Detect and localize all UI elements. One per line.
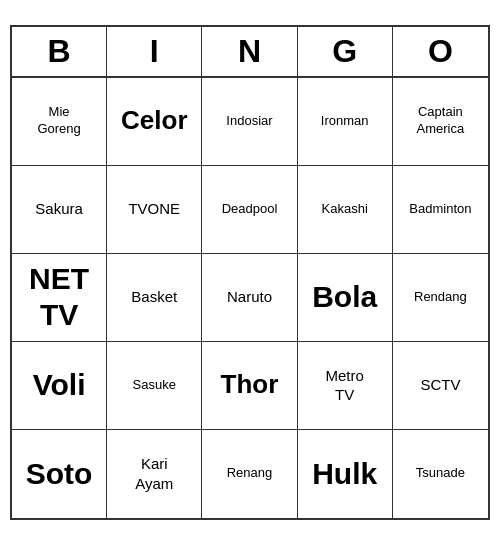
- header-letter: B: [12, 27, 107, 76]
- cell-text: Tsunade: [416, 465, 465, 482]
- cell-text: NETTV: [29, 261, 89, 333]
- cell-text: Kakashi: [322, 201, 368, 218]
- bingo-cell[interactable]: Badminton: [393, 166, 488, 254]
- cell-text: Hulk: [312, 456, 377, 492]
- bingo-cell[interactable]: Hulk: [298, 430, 393, 518]
- header-letter: G: [298, 27, 393, 76]
- cell-text: Ironman: [321, 113, 369, 130]
- cell-text: KariAyam: [135, 454, 173, 493]
- cell-text: TVONE: [128, 199, 180, 219]
- bingo-cell[interactable]: Tsunade: [393, 430, 488, 518]
- bingo-cell[interactable]: Sakura: [12, 166, 107, 254]
- bingo-cell[interactable]: Voli: [12, 342, 107, 430]
- bingo-cell[interactable]: Naruto: [202, 254, 297, 342]
- bingo-cell[interactable]: Thor: [202, 342, 297, 430]
- cell-text: Naruto: [227, 287, 272, 307]
- header-letter: O: [393, 27, 488, 76]
- bingo-cell[interactable]: Rendang: [393, 254, 488, 342]
- bingo-cell[interactable]: Kakashi: [298, 166, 393, 254]
- bingo-cell[interactable]: MieGoreng: [12, 78, 107, 166]
- cell-text: Deadpool: [222, 201, 278, 218]
- cell-text: Voli: [33, 367, 86, 403]
- cell-text: Soto: [26, 456, 93, 492]
- bingo-cell[interactable]: CaptainAmerica: [393, 78, 488, 166]
- cell-text: MetroTV: [326, 366, 364, 405]
- bingo-cell[interactable]: Basket: [107, 254, 202, 342]
- bingo-cell[interactable]: Ironman: [298, 78, 393, 166]
- bingo-cell[interactable]: MetroTV: [298, 342, 393, 430]
- cell-text: Badminton: [409, 201, 471, 218]
- bingo-cell[interactable]: Renang: [202, 430, 297, 518]
- bingo-cell[interactable]: Celor: [107, 78, 202, 166]
- cell-text: Sasuke: [133, 377, 176, 394]
- bingo-cell[interactable]: NETTV: [12, 254, 107, 342]
- bingo-cell[interactable]: Deadpool: [202, 166, 297, 254]
- cell-text: Celor: [121, 105, 187, 136]
- cell-text: MieGoreng: [37, 104, 80, 138]
- bingo-header: BINGO: [12, 27, 488, 78]
- header-letter: N: [202, 27, 297, 76]
- bingo-cell[interactable]: Sasuke: [107, 342, 202, 430]
- cell-text: SCTV: [420, 375, 460, 395]
- bingo-cell[interactable]: TVONE: [107, 166, 202, 254]
- cell-text: Sakura: [35, 199, 83, 219]
- bingo-cell[interactable]: KariAyam: [107, 430, 202, 518]
- bingo-grid: MieGorengCelorIndosiarIronmanCaptainAmer…: [12, 78, 488, 518]
- cell-text: Thor: [221, 369, 279, 400]
- header-letter: I: [107, 27, 202, 76]
- cell-text: CaptainAmerica: [417, 104, 465, 138]
- bingo-cell[interactable]: Indosiar: [202, 78, 297, 166]
- cell-text: Basket: [131, 287, 177, 307]
- cell-text: Renang: [227, 465, 273, 482]
- bingo-card: BINGO MieGorengCelorIndosiarIronmanCapta…: [10, 25, 490, 520]
- cell-text: Indosiar: [226, 113, 272, 130]
- bingo-cell[interactable]: SCTV: [393, 342, 488, 430]
- cell-text: Bola: [312, 279, 377, 315]
- cell-text: Rendang: [414, 289, 467, 306]
- bingo-cell[interactable]: Bola: [298, 254, 393, 342]
- bingo-cell[interactable]: Soto: [12, 430, 107, 518]
